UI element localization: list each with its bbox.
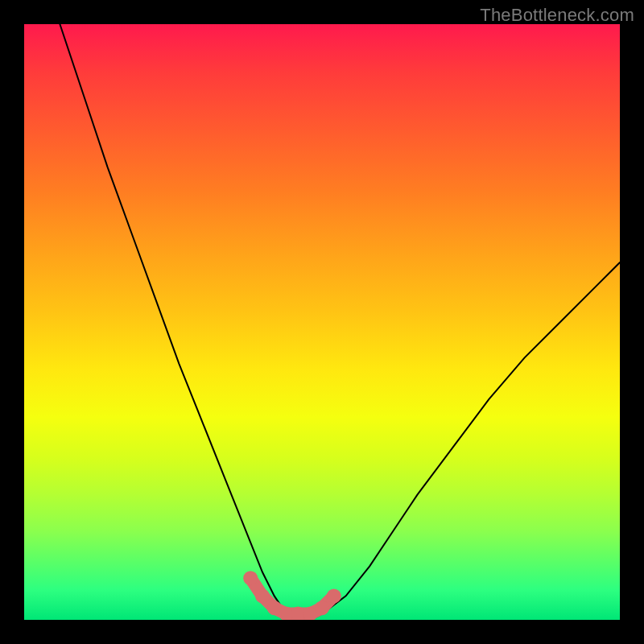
watermark-text: TheBottleneck.com xyxy=(480,5,634,26)
highlight-dot xyxy=(255,588,270,603)
chart-frame: TheBottleneck.com xyxy=(0,0,644,644)
plot-area xyxy=(24,24,620,620)
highlight-dot xyxy=(243,571,258,585)
curve-layer xyxy=(24,24,620,620)
bottleneck-curve xyxy=(60,24,620,620)
highlight-dot xyxy=(315,601,329,615)
highlight-dot xyxy=(327,588,341,603)
